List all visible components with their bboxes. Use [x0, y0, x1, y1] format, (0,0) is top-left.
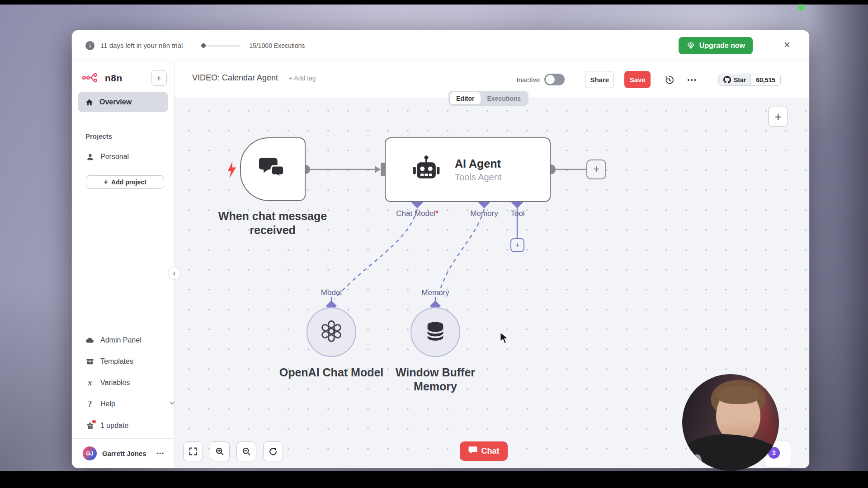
sidebar-item-updates[interactable]: 1 update: [85, 421, 128, 430]
port-label-tool[interactable]: Tool: [500, 209, 536, 218]
node-ai-agent[interactable]: AI Agent Tools Agent: [385, 137, 551, 202]
executions-count: 15/1000 Executions: [249, 42, 305, 49]
user-menu-row[interactable]: GJ Garrett Jones •••: [72, 438, 174, 468]
tab-editor[interactable]: Editor: [450, 92, 481, 104]
editor-executions-tabs: Editor Executions: [448, 91, 528, 106]
sidebar-item-label: Overview: [99, 98, 132, 106]
chat-button-label: Chat: [481, 446, 500, 456]
port-label-chat-model[interactable]: Chat Model*: [377, 209, 458, 218]
sidebar-item-label: Personal: [100, 153, 129, 161]
close-icon[interactable]: ×: [784, 39, 790, 50]
github-star-label: Star: [734, 76, 746, 84]
sidebar-item-label: Help: [100, 400, 115, 408]
sidebar-item-overview[interactable]: Overview: [78, 92, 168, 112]
trigger-node-caption: When chat message received: [214, 209, 331, 237]
sidebar-item-label: Variables: [100, 379, 130, 387]
question-icon: ?: [85, 399, 94, 408]
chat-bubble-icon: [468, 446, 477, 456]
add-connected-node-button[interactable]: +: [586, 160, 606, 179]
github-icon: [723, 76, 731, 84]
openai-node-caption: OpenAI Chat Model: [273, 366, 390, 380]
gem-icon: [686, 41, 695, 50]
openai-logo-icon: [319, 319, 344, 345]
active-toggle[interactable]: [544, 74, 565, 85]
webcam-person-fringe: [717, 386, 760, 404]
github-star-widget[interactable]: Star 60,515: [718, 74, 781, 86]
add-node-button[interactable]: +: [768, 107, 788, 127]
chat-button[interactable]: Chat: [460, 441, 508, 461]
trigger-bolt-icon: [226, 161, 237, 180]
video-frame: i 11 days left in your n8n trial 15/1000…: [0, 0, 868, 488]
add-workflow-button[interactable]: +: [151, 70, 167, 86]
sidebar-item-label: Templates: [100, 357, 133, 366]
progress-dot: [201, 43, 206, 48]
gift-icon: [85, 421, 94, 430]
workflow-title[interactable]: VIDEO: Calendar Agent: [192, 73, 278, 83]
add-tool-button[interactable]: +: [510, 238, 524, 252]
chat-bubbles-icon: [259, 156, 287, 183]
add-project-button[interactable]: + Add project: [86, 175, 164, 189]
node-window-buffer-memory[interactable]: [410, 307, 460, 357]
add-project-label: Add project: [111, 178, 146, 186]
github-star-count: 60,515: [751, 74, 780, 85]
variable-x-icon: x: [85, 378, 94, 387]
n8n-logo-icon: [82, 71, 101, 85]
fit-view-icon[interactable]: [183, 441, 203, 461]
banner-divider: [192, 40, 192, 52]
database-icon: [424, 319, 447, 345]
avatar: GJ: [83, 446, 97, 460]
trial-message: 11 days left in your n8n trial: [100, 42, 183, 49]
sidebar-item-label: 1 update: [100, 422, 128, 430]
node-chat-trigger[interactable]: [240, 137, 306, 201]
letterbox-bottom: [0, 471, 868, 488]
package-icon: [85, 357, 94, 366]
reset-view-icon[interactable]: [263, 441, 283, 461]
webcam-overlay: [682, 374, 779, 471]
home-icon: [85, 98, 94, 107]
projects-section-label: Projects: [85, 132, 112, 140]
sidebar-item-admin-panel[interactable]: Admin Panel: [85, 336, 142, 345]
agent-node-subtitle: Tools Agent: [455, 172, 501, 183]
tab-executions[interactable]: Executions: [481, 92, 527, 104]
subport-label-memory: Memory: [408, 288, 462, 297]
info-icon: i: [85, 41, 94, 50]
more-options-icon[interactable]: •••: [687, 76, 697, 84]
mouse-cursor: [499, 332, 511, 347]
person-icon: [85, 152, 94, 161]
trial-banner: i 11 days left in your n8n trial 15/1000…: [72, 30, 809, 61]
notification-dot: [92, 420, 96, 423]
robot-icon: [410, 155, 442, 185]
subport-label-model: Model: [304, 288, 359, 297]
sidebar-item-personal[interactable]: Personal: [85, 152, 129, 161]
user-name: Garrett Jones: [102, 450, 146, 457]
save-button[interactable]: Save: [624, 71, 651, 88]
recording-status-dot: [798, 5, 803, 10]
zoom-in-icon[interactable]: [210, 441, 230, 461]
zoom-out-icon[interactable]: [236, 441, 256, 461]
sidebar: n8n + Overview Projects Personal + Add p…: [72, 61, 175, 468]
add-tag-button[interactable]: + Add tag: [289, 75, 316, 82]
upgrade-now-button[interactable]: Upgrade now: [679, 37, 753, 54]
share-button[interactable]: Share: [585, 71, 614, 88]
required-asterisk: *: [435, 209, 439, 218]
node-openai-chat-model[interactable]: [307, 307, 356, 357]
toggle-knob: [546, 75, 555, 84]
active-status-label: Inactive: [517, 76, 540, 84]
brand-name: n8n: [105, 73, 123, 84]
agent-node-title: AI Agent: [455, 157, 501, 170]
upgrade-label: Upgrade now: [699, 42, 745, 50]
executions-progress-bar: [201, 45, 241, 47]
cloud-icon: [85, 336, 94, 345]
sidebar-item-templates[interactable]: Templates: [85, 357, 133, 366]
plus-icon: +: [104, 178, 108, 187]
sidebar-item-variables[interactable]: x Variables: [85, 378, 130, 387]
collapse-sidebar-icon[interactable]: ‹: [168, 267, 181, 280]
user-options-icon[interactable]: •••: [156, 450, 164, 457]
sidebar-item-label: Admin Panel: [100, 336, 142, 344]
history-icon[interactable]: [664, 75, 675, 85]
sidebar-item-help[interactable]: ? Help: [85, 399, 174, 408]
window-buffer-memory-caption: Window Buffer Memory: [390, 366, 481, 394]
canvas-toolbar: [183, 441, 283, 461]
letterbox-top: [0, 0, 868, 5]
